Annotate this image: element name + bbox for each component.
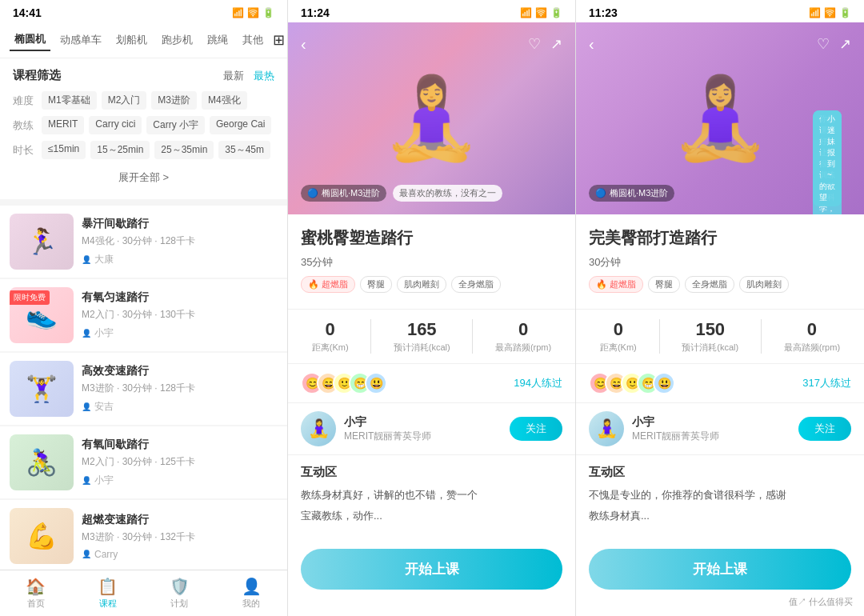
stat-calories-right: 150 预计消耗(kcal) [682, 319, 738, 354]
duration-label: 时长 [13, 143, 35, 158]
share-icon-right[interactable]: ↗ [839, 35, 851, 53]
time-left: 14:41 [13, 6, 42, 19]
course-meta: M2入门 · 30分钟 · 130千卡 [82, 308, 278, 322]
device-tag-right: 🔵 椭圆机·M3进阶 [589, 185, 674, 202]
grid-icon[interactable]: ⊞ [273, 31, 285, 49]
course-thumb: 🏃‍♀️ [10, 214, 74, 270]
tag-15min[interactable]: ≤15min [42, 141, 86, 159]
status-bar-mid: 11:24 📶 🛜 🔋 [288, 0, 575, 22]
device-icon: 🔵 [307, 188, 318, 198]
trainer-avatar-right: 🧘‍♀️ [589, 411, 624, 446]
tag-carry-cici[interactable]: Carry cici [89, 116, 142, 134]
panel-mid: 11:24 📶 🛜 🔋 🧘‍♀️ ‹ ♡ ↗ 🔵 椭圆机·M3进阶 最喜欢的教练… [288, 0, 576, 616]
tab-elliptical[interactable]: 椭圆机 [10, 29, 50, 51]
trainer-name-right: 小宇 [632, 415, 790, 430]
tag-35-45min[interactable]: 35～45m [218, 141, 270, 159]
follow-button-right[interactable]: 关注 [798, 417, 851, 441]
trainer-dot: 👤 [82, 550, 91, 558]
trainer-row-right: 🧘‍♀️ 小宇 MERIT靓丽菁英导师 关注 [576, 402, 864, 454]
course-thumb: 🏋️‍♀️ [10, 361, 74, 417]
course-title: 暴汗间歇踏行 [82, 217, 278, 231]
hero-actions-mid: ♡ ↗ [528, 35, 562, 53]
stat-divider [761, 319, 762, 354]
bottom-nav-home[interactable]: 🏠 首页 [12, 577, 60, 610]
status-bar-left: 14:41 📶 🛜 🔋 [0, 0, 287, 22]
follow-button-mid[interactable]: 关注 [510, 417, 562, 441]
stat-calories-label: 预计消耗(kcal) [682, 342, 738, 354]
hero-mid: 🧘‍♀️ ‹ ♡ ↗ 🔵 椭圆机·M3进阶 最喜欢的教练，没有之一 [288, 22, 575, 214]
course-item[interactable]: 🏋️‍♀️ 高效变速踏行 M3进阶 · 30分钟 · 128千卡 👤 安吉 [0, 353, 287, 425]
course-item[interactable]: 🏃‍♀️ 暴汗间歇踏行 M4强化 · 30分钟 · 128千卡 👤 大康 [0, 206, 287, 278]
tag-m2[interactable]: M2入门 [102, 91, 147, 110]
tag-m3[interactable]: M3进阶 [151, 91, 197, 110]
trainer-dot: 👤 [82, 402, 91, 411]
home-icon: 🏠 [26, 577, 46, 596]
tag-25-35min[interactable]: 25～35min [154, 141, 214, 159]
duration-tags: ≤15min 15～25min 25～35min 35～45m [42, 141, 270, 159]
stat-calories-value: 150 [682, 319, 738, 340]
bottom-nav-course[interactable]: 📋 课程 [84, 577, 132, 610]
tag-george-cai[interactable]: George Cai [210, 116, 271, 134]
course-item[interactable]: 🚴‍♀️ 有氧间歇踏行 M2入门 · 30分钟 · 125千卡 👤 小宇 [0, 426, 287, 498]
stat-distance-value: 0 [312, 319, 349, 340]
avatar-group-right: 😊 😄 🙂 😁 😃 [589, 372, 669, 394]
trainer-name: Carry [94, 549, 118, 560]
tag-fullbody-mid: 全身燃脂 [451, 276, 501, 293]
tab-rowing[interactable]: 划船机 [111, 30, 152, 50]
tab-jumprope[interactable]: 跳绳 [202, 30, 233, 50]
tag-glutes-mid: 臀腿 [360, 276, 392, 293]
course-meta: M3进阶 · 30分钟 · 128千卡 [82, 382, 278, 395]
course-item[interactable]: 👟 限时免费 有氧匀速踏行 M2入门 · 30分钟 · 130千卡 👤 小宇 [0, 279, 287, 351]
detail-header-mid: 蜜桃臀塑造踏行 35分钟 🔥 超燃脂 臀腿 肌肉雕刻 全身燃脂 [288, 214, 575, 309]
share-icon-mid[interactable]: ↗ [550, 35, 562, 53]
expand-button[interactable]: 展开全部 > [13, 166, 274, 190]
start-button-right[interactable]: 开始上课 [589, 549, 851, 590]
hero-bg-right: 🧘‍♀️ ‹ ♡ ↗ 不愧是专业的，你推荐的食谱很科学，感谢 你的课很好，让人很… [576, 22, 864, 214]
practiced-count-mid: 194人练过 [514, 376, 562, 390]
course-trainer: 👤 小宇 [82, 326, 278, 340]
bottom-nav-plan[interactable]: 🛡️ 计划 [155, 577, 203, 610]
trainer-name: 小宇 [94, 474, 114, 487]
comment-row-2-mid: 宝藏教练，动作... [301, 509, 562, 523]
difficulty-label: 难度 [13, 94, 35, 108]
back-button-mid[interactable]: ‹ [301, 35, 306, 54]
tag-carry-xiaoyu[interactable]: Carry 小宇 [146, 116, 205, 134]
stat-distance-right: 0 距离(Km) [600, 319, 637, 354]
sort-latest[interactable]: 最新 [223, 69, 244, 83]
tag-merit[interactable]: MERIT [42, 116, 84, 134]
tab-other[interactable]: 其他 [238, 30, 268, 50]
thumb-emoji: 💪 [26, 521, 58, 551]
start-button-mid[interactable]: 开始上课 [301, 549, 562, 590]
favorite-icon-mid[interactable]: ♡ [528, 35, 541, 53]
bottom-nav-profile[interactable]: 👤 我的 [227, 577, 275, 610]
favorite-icon-right[interactable]: ♡ [817, 35, 830, 53]
sort-hot[interactable]: 最热 [254, 69, 274, 83]
tag-m4[interactable]: M4强化 [202, 91, 247, 110]
stat-cadence-value: 0 [784, 319, 840, 340]
hero-right: 🧘‍♀️ ‹ ♡ ↗ 不愧是专业的，你推荐的食谱很科学，感谢 你的课很好，让人很… [576, 22, 864, 214]
tag-15-25min[interactable]: 15～25min [90, 141, 150, 159]
back-button-right[interactable]: ‹ [589, 35, 594, 54]
tag-m1[interactable]: M1零基础 [42, 91, 97, 110]
stat-distance-value: 0 [600, 319, 637, 340]
stat-cadence-value: 0 [495, 319, 551, 340]
course-item[interactable]: 💪 超燃变速踏行 M3进阶 · 30分钟 · 132千卡 👤 Carry [0, 500, 287, 570]
hero-actions-right: ♡ ↗ [817, 35, 851, 53]
trainer-name: 大康 [94, 253, 114, 266]
course-title: 有氧匀速踏行 [82, 290, 278, 305]
plan-label: 计划 [170, 598, 188, 610]
signal-icon: 📶 [809, 7, 821, 18]
stats-row-mid: 0 距离(Km) 165 预计消耗(kcal) 0 最高踏频(rpm) [288, 309, 575, 364]
tab-bike[interactable]: 动感单车 [55, 30, 106, 50]
panel-right: 11:23 📶 🛜 🔋 🧘‍♀️ ‹ ♡ ↗ 不愧是专业的，你推荐的食谱很科学，… [576, 0, 864, 616]
wifi-icon: 🛜 [535, 7, 547, 18]
comment-row-1-mid: 教练身材真好，讲解的也不错，赞一个 [301, 488, 562, 502]
tag-glutes-right: 臀腿 [648, 276, 680, 293]
avatar-5: 😃 [653, 372, 675, 394]
tab-treadmill[interactable]: 跑步机 [157, 30, 198, 50]
filter-sort: 最新 最热 [223, 69, 274, 83]
trainer-info-right: 小宇 MERIT靓丽菁英导师 [632, 415, 790, 443]
wifi-icon: 🛜 [824, 7, 836, 18]
trainer-dot: 👤 [82, 476, 91, 485]
course-icon: 📋 [98, 577, 118, 596]
